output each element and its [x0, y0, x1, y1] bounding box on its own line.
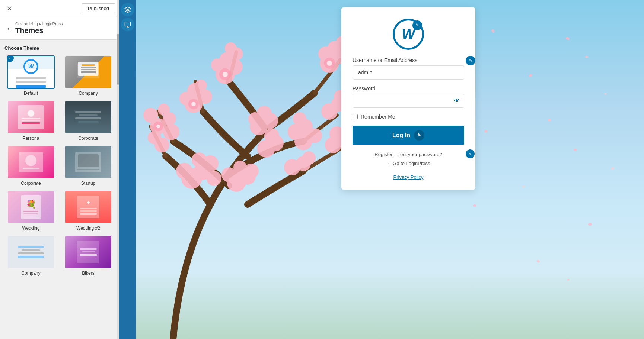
breadcrumb-title: Customizing ▸ LoginPress Themes: [15, 22, 63, 35]
theme-label-corporate2: Corporate: [21, 181, 41, 186]
username-group: Username or Email Address ✎: [353, 57, 464, 80]
remember-me-checkbox[interactable]: [353, 114, 358, 119]
svg-point-60: [223, 72, 228, 77]
theme-item-wedding2[interactable]: ✦ Wedding #2: [62, 190, 115, 231]
password-label-text: Password: [353, 85, 375, 91]
svg-point-3: [158, 104, 170, 116]
theme-thumbnail-wedding2: ✦: [64, 190, 112, 224]
login-button[interactable]: Log In ✎: [353, 126, 464, 145]
themes-grid: ✓ W Default: [4, 55, 115, 276]
svg-point-6: [163, 124, 179, 140]
back-button[interactable]: ‹: [6, 25, 12, 32]
privacy-row: Privacy Policy: [353, 174, 464, 180]
theme-item-corporate2[interactable]: Corporate: [4, 145, 57, 186]
wp-logo-area: W ✎: [353, 19, 464, 50]
page-title: Themes: [15, 26, 63, 35]
theme-thumbnail-corporate: [64, 100, 112, 134]
privacy-policy-link[interactable]: Privacy Policy: [393, 174, 424, 180]
close-button[interactable]: ✕: [4, 3, 15, 14]
breadcrumb: Customizing ▸ LoginPress: [15, 22, 63, 26]
theme-item-corporate[interactable]: Corporate: [62, 100, 115, 141]
links-separator: |: [394, 151, 398, 157]
theme-item-wedding[interactable]: 💐 Wedding: [4, 190, 57, 231]
main-preview: W ✎ Username or Email Address ✎ Password…: [119, 0, 644, 339]
password-input[interactable]: [353, 94, 464, 108]
theme-thumbnail-startup: [64, 145, 112, 179]
svg-point-61: [327, 61, 332, 66]
theme-label-default: Default: [24, 91, 38, 96]
svg-point-2: [143, 108, 158, 123]
wp-logo-circle: W ✎: [393, 19, 424, 50]
svg-point-35: [293, 112, 306, 126]
theme-label-startup: Startup: [81, 181, 96, 186]
toolbar-icons: [119, 0, 136, 339]
theme-label-wedding2: Wedding #2: [76, 226, 100, 231]
password-group: Password 👁: [353, 85, 464, 108]
svg-point-11: [195, 80, 207, 91]
svg-point-44: [207, 171, 221, 186]
toolbar-edit-button[interactable]: [121, 3, 134, 16]
password-wrapper: 👁: [353, 94, 464, 108]
username-input[interactable]: [353, 65, 464, 80]
theme-thumbnail-persona: [7, 100, 55, 134]
password-label: Password: [353, 85, 464, 91]
theme-item-bikers[interactable]: Bikers: [62, 235, 115, 276]
theme-thumbnail-default: ✓ W: [7, 55, 55, 89]
svg-point-62: [156, 125, 160, 128]
login-button-edit-icon[interactable]: ✎: [414, 130, 424, 141]
svg-point-32: [248, 112, 262, 126]
svg-point-59: [191, 102, 196, 106]
theme-label-corporate: Corporate: [78, 136, 98, 141]
svg-point-52: [264, 128, 279, 143]
theme-item-company[interactable]: Company: [62, 55, 115, 96]
go-to-label: ← Go to LoginPress: [386, 161, 430, 166]
svg-point-5: [148, 131, 161, 144]
svg-point-17: [225, 42, 237, 54]
login-panel: W ✎ Username or Email Address ✎ Password…: [341, 7, 475, 190]
logo-edit-badge[interactable]: ✎: [412, 20, 422, 30]
theme-thumbnail-company: [64, 55, 112, 89]
svg-point-38: [302, 151, 316, 165]
username-label: Username or Email Address ✎: [353, 57, 464, 63]
go-to-row: ← Go to LoginPress: [353, 161, 464, 166]
sidebar-panel: ✕ Published ‹ Customizing ▸ LoginPress T…: [0, 0, 119, 339]
svg-point-54: [307, 128, 322, 143]
remember-me-label: Remember Me: [361, 114, 395, 120]
svg-point-42: [192, 152, 207, 167]
links-row: Register | Lost your password? ✎: [353, 151, 464, 158]
username-label-edit-button[interactable]: ✎: [466, 56, 475, 65]
theme-label-company: Company: [79, 91, 98, 96]
published-button[interactable]: Published: [82, 3, 115, 13]
theme-thumbnail-bikers: [64, 235, 112, 269]
theme-item-startup[interactable]: Startup: [62, 145, 115, 186]
sidebar-header: ‹ Customizing ▸ LoginPress Themes: [0, 17, 119, 40]
theme-thumbnail-wedding: 💐: [7, 190, 55, 224]
login-button-label: Log In: [392, 132, 410, 139]
links-edit-button[interactable]: ✎: [466, 149, 475, 158]
svg-rect-63: [125, 22, 130, 26]
svg-point-43: [176, 163, 192, 179]
theme-item-persona[interactable]: Persona: [4, 100, 57, 141]
theme-label-wedding: Wedding: [22, 226, 39, 231]
lost-password-link[interactable]: Lost your password?: [398, 152, 442, 157]
theme-thumbnail-corporate2: [7, 145, 55, 179]
password-toggle-icon[interactable]: 👁: [454, 97, 460, 104]
theme-label-company2: Company: [21, 271, 40, 276]
top-bar: ✕ Published: [0, 0, 119, 17]
username-label-text: Username or Email Address: [353, 57, 417, 63]
theme-thumbnail-company2: [7, 235, 55, 269]
toolbar-preview-button[interactable]: [121, 18, 134, 31]
register-link[interactable]: Register: [374, 152, 392, 157]
theme-item-company2[interactable]: Company: [4, 235, 57, 276]
sidebar-content: Choose Theme ✓ W Default: [0, 40, 119, 339]
svg-point-49: [221, 167, 236, 182]
wp-logo-text: W: [402, 26, 415, 42]
theme-label-bikers: Bikers: [82, 271, 94, 276]
remember-me-row: Remember Me: [353, 114, 464, 120]
theme-label-persona: Persona: [23, 136, 39, 141]
theme-item-default[interactable]: ✓ W Default: [4, 55, 57, 96]
choose-theme-label: Choose Theme: [4, 45, 115, 51]
